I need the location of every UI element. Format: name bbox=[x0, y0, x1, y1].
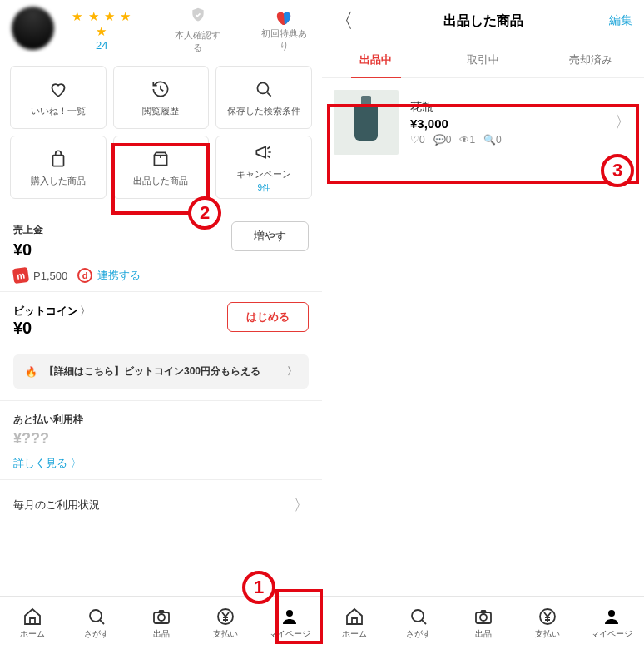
stat-other: 🔍0 bbox=[483, 134, 502, 146]
tile-campaign[interactable]: キャンペーン 9件 bbox=[215, 136, 312, 199]
callout-number-1: 1 bbox=[242, 571, 275, 604]
first-bonus[interactable]: 初回特典あり bbox=[257, 9, 310, 52]
monthly-usage-row[interactable]: 毎月のご利用状況 〉 bbox=[0, 479, 322, 530]
nav-label: マイページ bbox=[269, 628, 310, 640]
listing-row[interactable]: 花瓶 ¥3,000 ♡0 💬0 👁1 🔍0 〉 bbox=[322, 78, 644, 166]
heart-outline-icon bbox=[47, 78, 69, 100]
tile-likes[interactable]: いいね！一覧 bbox=[10, 66, 107, 129]
tile-label: 保存した検索条件 bbox=[227, 105, 300, 117]
stat-comments: 💬0 bbox=[433, 134, 452, 146]
increase-button[interactable]: 増やす bbox=[231, 221, 309, 251]
nav-mypage[interactable]: マイページ bbox=[258, 597, 322, 649]
heart-icon bbox=[257, 9, 310, 26]
nav-list[interactable]: 出品 bbox=[129, 597, 193, 649]
home-icon bbox=[344, 607, 364, 627]
search-icon bbox=[253, 78, 275, 100]
camera-icon bbox=[151, 607, 171, 627]
tile-history[interactable]: 閲覧履歴 bbox=[113, 66, 210, 129]
avatar[interactable] bbox=[12, 7, 54, 50]
d-badge-icon: d bbox=[77, 268, 92, 283]
person-icon bbox=[602, 607, 622, 627]
listing-info: 花瓶 ¥3,000 ♡0 💬0 👁1 🔍0 bbox=[410, 100, 502, 146]
nav-home[interactable]: ホーム bbox=[0, 597, 64, 649]
m-badge-icon: m bbox=[12, 267, 29, 284]
svg-point-12 bbox=[608, 610, 615, 617]
yen-icon bbox=[537, 607, 557, 627]
identity-verify[interactable]: 本人確認する bbox=[171, 7, 225, 54]
yen-icon bbox=[215, 607, 235, 627]
nav-home[interactable]: ホーム bbox=[322, 597, 386, 649]
bitcoin-title: ビットコイン bbox=[13, 304, 78, 319]
tile-purchased[interactable]: 購入した商品 bbox=[10, 136, 107, 199]
listing-tabs: 出品中 取引中 売却済み bbox=[322, 42, 644, 78]
monthly-label: 毎月のご利用状況 bbox=[13, 498, 100, 513]
points-value: P1,500 bbox=[33, 270, 67, 282]
page-title: 出品した商品 bbox=[322, 12, 644, 30]
tile-listed[interactable]: 出品した商品 bbox=[113, 136, 210, 199]
rating-block[interactable]: ★ ★ ★ ★ ★ 24 bbox=[66, 9, 138, 52]
nav-label: さがす bbox=[84, 628, 109, 640]
promo-banner[interactable]: 🔥 【詳細はこちら】ビットコイン300円分もらえる 〉 bbox=[13, 354, 309, 389]
nav-label: さがす bbox=[406, 628, 431, 640]
postpay-detail-link[interactable]: 詳しく見る 〉 bbox=[13, 456, 82, 471]
tile-label: 閲覧履歴 bbox=[142, 105, 179, 117]
person-icon bbox=[280, 607, 300, 627]
nav-label: ホーム bbox=[342, 628, 367, 640]
search-icon bbox=[409, 607, 429, 627]
nav-label: 支払い bbox=[213, 628, 238, 640]
listing-thumbnail bbox=[334, 90, 399, 155]
tab-sold[interactable]: 売却済み bbox=[537, 42, 644, 78]
chevron-right-icon: 〉 bbox=[71, 456, 82, 471]
chevron-right-icon: 〉 bbox=[287, 364, 297, 379]
svg-point-5 bbox=[158, 614, 165, 621]
user-meta: ★ ★ ★ ★ ★ 24 本人確認する 初回特典あり bbox=[66, 7, 310, 54]
postpay-title: あと払い利用枠 bbox=[13, 413, 309, 427]
promo-text: 【詳細はこちら】ビットコイン300円分もらえる bbox=[44, 364, 260, 379]
start-bitcoin-button[interactable]: はじめる bbox=[227, 302, 309, 332]
svg-point-7 bbox=[286, 610, 293, 617]
tile-saved-search[interactable]: 保存した検索条件 bbox=[215, 66, 312, 129]
first-bonus-label: 初回特典あり bbox=[261, 28, 307, 51]
nav-list[interactable]: 出品 bbox=[451, 597, 515, 649]
nav-search[interactable]: さがす bbox=[64, 597, 128, 649]
stat-likes: ♡0 bbox=[410, 134, 425, 146]
tile-label: いいね！一覧 bbox=[31, 105, 86, 117]
nav-mypage[interactable]: マイページ bbox=[580, 597, 644, 649]
nav-label: 出品 bbox=[475, 628, 492, 640]
d-link[interactable]: 連携する bbox=[97, 268, 141, 283]
search-icon bbox=[87, 607, 107, 627]
nav-search[interactable]: さがす bbox=[386, 597, 450, 649]
svg-point-8 bbox=[412, 610, 424, 622]
callout-number-2: 2 bbox=[188, 196, 221, 230]
home-icon bbox=[22, 607, 42, 627]
bag-icon bbox=[47, 148, 69, 170]
nav-pay[interactable]: 支払い bbox=[193, 597, 257, 649]
svg-point-3 bbox=[90, 610, 102, 622]
nav-label: 出品 bbox=[153, 628, 170, 640]
left-screen: ★ ★ ★ ★ ★ 24 本人確認する 初回特典あり いいね！一覧 bbox=[0, 0, 322, 649]
box-icon bbox=[150, 148, 171, 170]
listing-stats: ♡0 💬0 👁1 🔍0 bbox=[410, 134, 502, 146]
chevron-right-icon: 〉 bbox=[614, 110, 632, 135]
bitcoin-section: ビットコイン 〉 ¥0 はじめる bbox=[0, 291, 322, 346]
tile-label: キャンペーン bbox=[236, 168, 291, 181]
identity-label: 本人確認する bbox=[175, 30, 220, 52]
profile-header: ★ ★ ★ ★ ★ 24 本人確認する 初回特典あり bbox=[0, 0, 322, 66]
tile-label: 購入した商品 bbox=[31, 175, 86, 187]
listing-name: 花瓶 bbox=[410, 100, 502, 115]
tab-trading[interactable]: 取引中 bbox=[429, 42, 537, 78]
bottom-nav-right: ホーム さがす 出品 支払い マイページ bbox=[322, 596, 644, 649]
shield-icon bbox=[171, 7, 225, 27]
stat-views: 👁1 bbox=[459, 134, 475, 146]
svg-point-10 bbox=[480, 614, 487, 621]
nav-pay[interactable]: 支払い bbox=[515, 597, 579, 649]
tab-listing[interactable]: 出品中 bbox=[322, 42, 429, 78]
campaign-count: 9件 bbox=[257, 182, 270, 194]
history-icon bbox=[150, 78, 171, 100]
nav-label: 支払い bbox=[535, 628, 560, 640]
listing-price: ¥3,000 bbox=[410, 116, 502, 131]
postpay-amount: ¥??? bbox=[13, 430, 309, 448]
edit-button[interactable]: 編集 bbox=[609, 13, 632, 28]
detail-label: 詳しく見る bbox=[13, 456, 67, 471]
bottom-nav-left: ホーム さがす 出品 支払い マイページ bbox=[0, 596, 322, 649]
